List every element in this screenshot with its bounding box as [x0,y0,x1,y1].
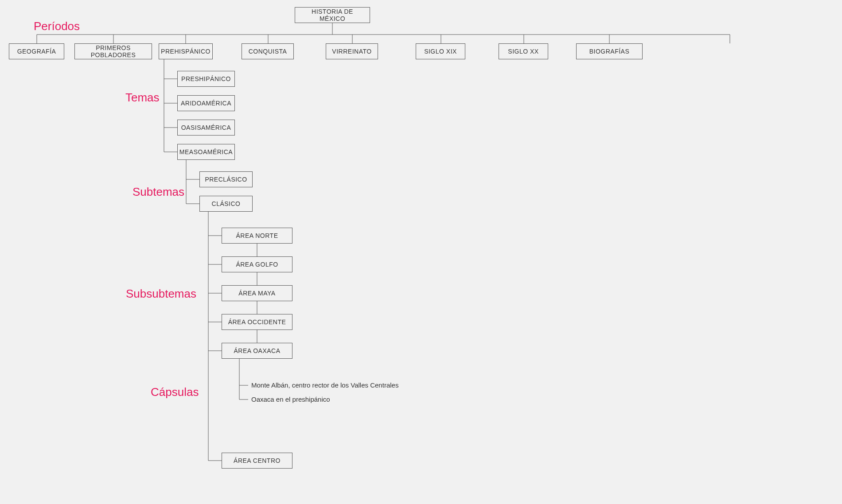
period-biografias: BIOGRAFÍAS [576,43,643,59]
capsula-oaxaca: Oaxaca en el preshipánico [251,395,330,403]
period-primeros-pobladores: PRIMEROS POBLADORES [74,43,152,59]
period-geografia: GEOGRAFÍA [9,43,64,59]
subsubtema-area-maya: ÁREA MAYA [222,285,292,301]
subsubtema-area-norte: ÁREA NORTE [222,228,292,244]
tema-measoamerica: MEASOAMÉRICA [177,144,235,160]
subtema-clasico: CLÁSICO [199,196,253,212]
tema-preshipanico: PRESHIPÁNICO [177,71,235,87]
label-subsubtemas: Subsubtemas [126,287,196,301]
subsubtema-area-oaxaca: ÁREA OAXACA [222,343,292,359]
label-capsulas: Cápsulas [151,385,199,399]
period-conquista: CONQUISTA [242,43,294,59]
capsula-monte-alban: Monte Albán, centro rector de los Valles… [251,381,398,389]
period-siglo-xx: SIGLO XX [499,43,548,59]
tema-aridoamerica: ARIDOAMÉRICA [177,95,235,111]
root-node: HISTORIA DE MÉXICO [295,7,370,23]
period-virreinato: VIRREINATO [326,43,378,59]
label-subtemas: Subtemas [133,185,184,199]
subsubtema-area-occidente: ÁREA OCCIDENTE [222,314,292,330]
subtema-preclasico: PRECLÁSICO [199,171,253,187]
connector-lines [0,0,842,504]
period-siglo-xix: SIGLO XIX [416,43,465,59]
subsubtema-area-centro: ÁREA CENTRO [222,453,292,469]
period-prehispanico: PREHISPÁNICO [159,43,213,59]
label-temas: Temas [125,91,160,105]
subsubtema-area-golfo: ÁREA GOLFO [222,256,292,272]
tema-oasisamerica: OASISAMÉRICA [177,120,235,136]
label-periodos: Períodos [34,19,80,33]
